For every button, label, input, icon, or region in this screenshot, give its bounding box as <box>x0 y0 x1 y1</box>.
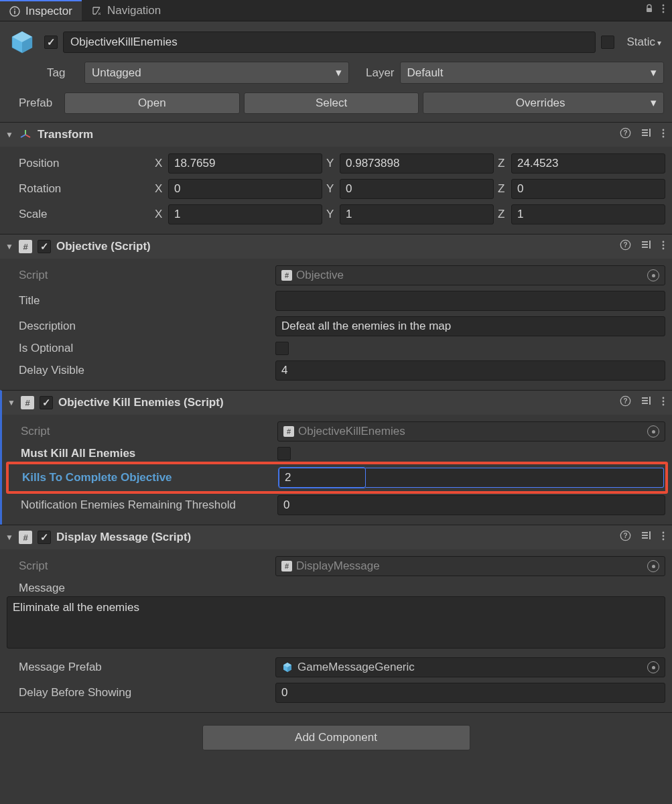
preset-icon[interactable] <box>641 530 652 545</box>
svg-rect-3 <box>647 8 652 12</box>
kills-to-complete-input[interactable] <box>279 468 366 488</box>
script-icon: # <box>21 396 34 409</box>
svg-point-24 <box>663 247 665 249</box>
rotation-x-input[interactable] <box>168 179 322 199</box>
component-display-message: ▼ # Display Message (Script) ? Script #D… <box>0 525 672 712</box>
message-textarea[interactable] <box>7 596 665 649</box>
svg-point-32 <box>663 400 665 402</box>
foldout-icon[interactable]: ▼ <box>5 242 13 251</box>
svg-point-42 <box>663 538 665 540</box>
delay-visible-input[interactable] <box>275 360 665 381</box>
title-input[interactable] <box>275 291 665 311</box>
tab-menu-icon[interactable] <box>661 3 665 17</box>
component-menu-icon[interactable] <box>661 396 665 410</box>
svg-point-31 <box>663 397 665 399</box>
object-picker-icon[interactable] <box>647 269 659 281</box>
help-icon[interactable]: ? <box>620 239 631 254</box>
object-picker-icon[interactable] <box>647 425 659 438</box>
script-field: #DisplayMessage <box>275 556 665 576</box>
add-component-button[interactable]: Add Component <box>202 725 470 750</box>
tab-navigation[interactable]: Navigation <box>82 0 170 21</box>
help-icon[interactable]: ? <box>620 127 631 142</box>
prefab-select-button[interactable]: Select <box>244 92 419 114</box>
message-prefab-field[interactable]: GameMessageGeneric <box>275 657 665 677</box>
chevron-down-icon: ▾ <box>651 66 657 80</box>
layer-dropdown[interactable]: Default ▾ <box>400 62 665 84</box>
script-icon: # <box>19 531 32 544</box>
objective-enabled-checkbox[interactable] <box>38 240 51 253</box>
static-checkbox[interactable] <box>601 36 614 49</box>
kill-enemies-enabled-checkbox[interactable] <box>40 396 53 409</box>
static-dropdown[interactable]: Static <box>620 36 664 49</box>
description-label: Description <box>7 320 271 333</box>
navigation-icon <box>91 5 102 16</box>
notification-threshold-input[interactable] <box>277 495 665 515</box>
position-z-input[interactable] <box>511 153 665 174</box>
scale-z-input[interactable] <box>511 204 665 224</box>
scale-x-input[interactable] <box>168 204 322 224</box>
scale-y-input[interactable] <box>340 204 494 224</box>
script-field: #ObjectiveKillEnemies <box>277 421 665 442</box>
svg-text:?: ? <box>623 129 627 137</box>
kills-to-complete-label: Kills To Complete Objective <box>10 471 275 484</box>
object-picker-icon[interactable] <box>647 661 659 673</box>
gameobject-name-input[interactable] <box>63 31 596 53</box>
preset-icon[interactable] <box>641 395 652 410</box>
highlight-annotation: Kills To Complete Objective <box>6 462 668 494</box>
svg-point-14 <box>663 132 665 134</box>
foldout-icon[interactable]: ▼ <box>5 130 13 139</box>
rotation-y-input[interactable] <box>340 179 494 199</box>
z-label: Z <box>498 157 509 170</box>
svg-point-4 <box>663 5 665 7</box>
prefab-cube-icon <box>281 661 293 673</box>
chevron-down-icon: ▾ <box>336 66 342 80</box>
delay-before-showing-input[interactable] <box>275 683 665 703</box>
kill-enemies-title: Objective Kill Enemies (Script) <box>58 396 614 409</box>
rotation-z-input[interactable] <box>511 179 665 199</box>
transform-icon <box>19 128 32 141</box>
preset-icon[interactable] <box>641 127 652 142</box>
position-x-input[interactable] <box>168 153 322 174</box>
svg-rect-37 <box>642 535 648 536</box>
layer-label: Layer <box>354 66 395 80</box>
delay-before-showing-label: Delay Before Showing <box>7 686 271 699</box>
message-label: Message <box>7 582 665 595</box>
must-kill-checkbox[interactable] <box>277 447 291 460</box>
component-menu-icon[interactable] <box>661 531 665 545</box>
prefab-overrides-dropdown[interactable]: Overrides ▾ <box>423 92 664 114</box>
help-icon[interactable]: ? <box>620 530 631 545</box>
prefab-open-button[interactable]: Open <box>64 92 240 114</box>
tab-inspector-label: Inspector <box>25 5 72 18</box>
foldout-icon[interactable]: ▼ <box>7 398 15 407</box>
svg-rect-36 <box>642 532 648 533</box>
display-message-enabled-checkbox[interactable] <box>38 531 51 544</box>
gameobject-enabled-checkbox[interactable] <box>44 36 58 49</box>
component-menu-icon[interactable] <box>661 128 665 142</box>
svg-rect-29 <box>642 403 648 404</box>
object-picker-icon[interactable] <box>647 560 659 572</box>
script-icon: # <box>19 240 32 253</box>
tag-dropdown[interactable]: Untagged ▾ <box>84 62 349 84</box>
svg-rect-38 <box>642 537 648 539</box>
lock-icon[interactable] <box>644 3 655 17</box>
y-label: Y <box>326 157 337 170</box>
description-input[interactable] <box>275 316 665 336</box>
notification-threshold-label: Notification Enemies Remaining Threshold <box>9 498 273 512</box>
tab-inspector[interactable]: Inspector <box>0 0 82 21</box>
is-optional-checkbox[interactable] <box>275 342 289 355</box>
svg-rect-27 <box>642 397 648 399</box>
svg-point-6 <box>663 11 665 13</box>
svg-rect-39 <box>649 531 651 539</box>
hash-icon: # <box>283 426 294 437</box>
component-menu-icon[interactable] <box>661 240 665 254</box>
tag-label: Tag <box>47 66 79 80</box>
foldout-icon[interactable]: ▼ <box>5 533 13 542</box>
rotation-label: Rotation <box>7 182 151 196</box>
svg-point-5 <box>663 8 665 10</box>
must-kill-label: Must Kill All Enemies <box>9 447 273 460</box>
preset-icon[interactable] <box>641 239 652 254</box>
svg-point-40 <box>663 531 665 533</box>
position-y-input[interactable] <box>340 153 494 174</box>
script-label: Script <box>7 559 271 573</box>
help-icon[interactable]: ? <box>620 395 631 410</box>
